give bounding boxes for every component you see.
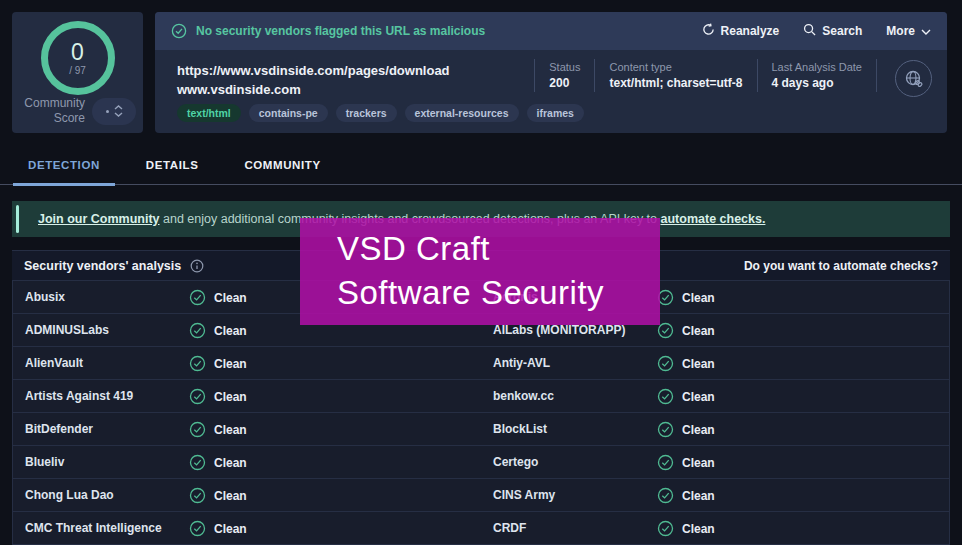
join-community-link[interactable]: Join our Community — [38, 212, 160, 226]
vote-dot-icon — [106, 110, 109, 113]
clean-check-icon — [189, 421, 206, 438]
clean-check-icon — [657, 355, 674, 372]
vendor-status: Clean — [214, 390, 247, 404]
tag-list: text/html contains-pe trackers external-… — [177, 104, 584, 122]
vendor-status: Clean — [682, 390, 715, 404]
report-tabs: DETECTION DETAILS COMMUNITY — [0, 146, 962, 185]
search-button[interactable]: Search — [803, 23, 862, 39]
tab-community[interactable]: COMMUNITY — [229, 146, 335, 184]
automate-checks-question[interactable]: Do you want to automate checks? — [744, 259, 938, 273]
watermark-line1: VSD Craft — [337, 227, 660, 271]
meta-status: Status 200 — [534, 59, 594, 92]
community-score-card: 0 / 97 Community Score — [12, 12, 143, 133]
clean-check-icon — [657, 487, 674, 504]
refresh-icon — [702, 23, 715, 39]
tag-text-html[interactable]: text/html — [177, 104, 241, 122]
vendor-name: AlienVault — [25, 347, 83, 380]
clean-check-icon — [189, 388, 206, 405]
vote-widget[interactable] — [92, 98, 136, 125]
check-circle-icon — [171, 23, 187, 39]
vendor-name: CINS Army — [493, 479, 555, 512]
virustotal-url-report: 0 / 97 Community Score No security vendo… — [0, 0, 962, 545]
vendor-status: Clean — [682, 522, 715, 536]
vote-updown-icon — [114, 105, 123, 117]
globe-link-icon[interactable] — [895, 60, 932, 97]
clean-check-icon — [189, 454, 206, 471]
vendor-row: AlienVaultCleanAntiy-AVLClean — [13, 347, 949, 380]
more-button[interactable]: More — [886, 24, 931, 38]
clean-check-icon — [189, 487, 206, 504]
vendor-row: CMC Threat IntelligenceCleanCRDFClean — [13, 512, 949, 545]
score-denominator: / 97 — [69, 65, 86, 76]
score-ring: 0 / 97 — [41, 21, 115, 95]
vendor-status: Clean — [214, 291, 247, 305]
vendor-status: Clean — [682, 489, 715, 503]
vendor-row: BluelivCleanCertegoClean — [13, 446, 949, 479]
tag-external-resources[interactable]: external-resources — [405, 104, 519, 122]
analyzed-domain: www.vsdinside.com — [177, 80, 450, 99]
reanalyze-button[interactable]: Reanalyze — [702, 23, 780, 39]
vendor-status: Clean — [682, 423, 715, 437]
vendor-status: Clean — [214, 489, 247, 503]
clean-check-icon — [657, 421, 674, 438]
vendor-name: Chong Lua Dao — [25, 479, 114, 512]
tab-details[interactable]: DETAILS — [131, 146, 214, 184]
clean-check-icon — [189, 289, 206, 306]
tag-iframes[interactable]: iframes — [527, 104, 584, 122]
clean-check-icon — [657, 454, 674, 471]
automate-checks-link[interactable]: automate checks. — [661, 212, 766, 226]
vendor-name: BlockList — [493, 413, 547, 446]
score-value: 0 — [71, 40, 84, 64]
clean-check-icon — [657, 520, 674, 537]
chevron-down-icon — [921, 24, 931, 38]
vendor-name: Blueliv — [25, 446, 64, 479]
clean-check-icon — [189, 355, 206, 372]
vendor-row: BitDefenderCleanBlockListClean — [13, 413, 949, 446]
tab-detection[interactable]: DETECTION — [13, 146, 115, 186]
watermark-line2: Software Security — [337, 271, 660, 315]
community-score-label: Community Score — [15, 96, 85, 126]
vendor-name: Artists Against 419 — [25, 380, 133, 413]
meta-content-type: Content type text/html; charset=utf-8 — [594, 59, 756, 92]
search-icon — [803, 23, 816, 39]
clean-check-icon — [189, 322, 206, 339]
vendor-row: Chong Lua DaoCleanCINS ArmyClean — [13, 479, 949, 512]
vendor-name: ADMINUSLabs — [25, 314, 109, 347]
vendor-row: Artists Against 419Cleanbenkow.ccClean — [13, 380, 949, 413]
clean-check-icon — [657, 388, 674, 405]
verdict-message: No security vendors flagged this URL as … — [196, 24, 485, 38]
watermark-overlay: VSD Craft Software Security — [300, 218, 660, 325]
vendor-status: Clean — [682, 324, 715, 338]
analysis-meta: Status 200 Content type text/html; chars… — [534, 59, 877, 92]
vendor-status: Clean — [682, 291, 715, 305]
tag-trackers[interactable]: trackers — [336, 104, 397, 122]
vendor-status: Clean — [682, 357, 715, 371]
vendor-status: Clean — [682, 456, 715, 470]
vendor-status: Clean — [214, 423, 247, 437]
vendor-status: Clean — [214, 357, 247, 371]
vendors-analysis-title: Security vendors' analysis — [24, 259, 181, 273]
meta-last-analysis-date: Last Analysis Date 4 days ago — [757, 59, 878, 92]
vendor-name: Abusix — [25, 281, 65, 314]
vendor-name: CRDF — [493, 512, 526, 545]
vendor-name: CMC Threat Intelligence — [25, 512, 162, 545]
vendor-name: BitDefender — [25, 413, 93, 446]
analyzed-url: https://www.vsdinside.com/pages/download — [177, 61, 450, 80]
vendor-status: Clean — [214, 324, 247, 338]
report-header-card: No security vendors flagged this URL as … — [155, 12, 947, 133]
vendor-name: benkow.cc — [493, 380, 554, 413]
vendor-status: Clean — [214, 456, 247, 470]
tag-contains-pe[interactable]: contains-pe — [249, 104, 328, 122]
clean-check-icon — [189, 520, 206, 537]
vendor-name: Antiy-AVL — [493, 347, 550, 380]
vendor-status: Clean — [214, 522, 247, 536]
info-icon[interactable] — [190, 259, 204, 273]
verdict-banner: No security vendors flagged this URL as … — [155, 12, 947, 50]
vendor-name: Certego — [493, 446, 538, 479]
